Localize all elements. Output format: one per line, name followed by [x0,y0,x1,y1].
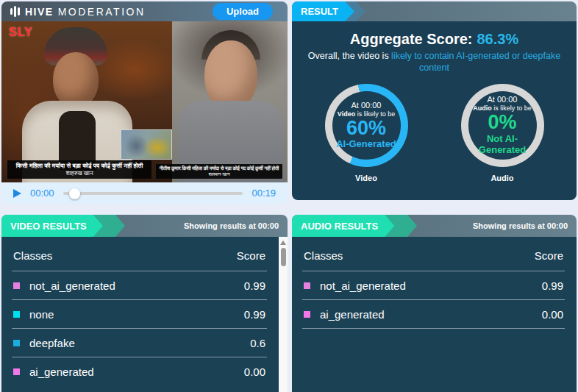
table-row: none 0.99 [12,299,267,328]
table-end-divider [302,328,565,329]
audio-gauge-caption: Audio [461,174,544,182]
video-gauge-center: At 00:00 Video is likely to be 60% AI-Ge… [332,91,401,160]
video-player: SLY किसी महिला की मर्यादा से बड़ा कोई पद… [1,21,288,182]
column-classes: Classes [304,249,343,262]
column-classes: Classes [13,249,52,262]
scroll-up-icon[interactable] [280,240,286,245]
video-results-panel: VIDEO RESULTS Showing results at 00:00 C… [1,215,288,392]
hive-logo-icon [10,6,20,17]
class-score: 0.99 [244,308,265,321]
subtitle-left-text: किसी महिला की मर्यादा से बड़ा कोई पद कोई… [10,162,149,170]
audio-results-panel: AUDIO RESULTS Showing results at 00:00 C… [292,215,577,392]
audio-results-tag: AUDIO RESULTS [292,215,394,237]
audio-results-table: Classes Score not_ai_generated 0.99 ai_g… [292,237,577,329]
class-bullet [13,282,20,289]
audio-results-header: AUDIO RESULTS Showing results at 00:00 [292,215,577,237]
gauge-row: At 00:00 Video is likely to be 60% AI-Ge… [292,84,577,182]
result-panel-header: RESULT [292,1,577,21]
subtitle-right: नीतीश कुमार किसी महिला की मर्यादा से बड़… [156,164,282,179]
aggregate-score: Aggregate Score:86.3% [292,31,577,48]
subtitle-left-speaker: शाहरुख खान [10,170,149,177]
audio-gauge-verdict: Not AI-Generated [468,133,537,155]
class-bullet [304,311,310,318]
table-row: ai_generated 0.00 [12,357,267,385]
class-score: 0.99 [542,279,563,292]
play-icon[interactable] [13,189,21,198]
audio-gauge-percent: 0% [488,112,516,132]
video-gauge-verdict: AI-Generated [336,138,396,149]
video-gauge-percent: 60% [346,118,386,138]
aggregate-score-label: Aggregate Score: [350,31,473,47]
table-row: ai_generated 0.00 [302,299,565,328]
channel-watermark: SLY [9,26,33,39]
video-right-frame [172,21,288,182]
aggregate-score-value: 86.3% [477,31,519,47]
result-panel-body: Aggregate Score:86.3% Overall, the video… [292,21,577,200]
table-row: not_ai_generated 0.99 [12,271,267,299]
class-label: none [29,308,54,321]
subtitle-left: किसी महिला की मर्यादा से बड़ा कोई पद कोई… [7,160,151,179]
class-bullet [13,340,20,346]
media-card: HIVE MODERATION Upload SLY किसी महिला की… [1,1,288,204]
seek-bar[interactable] [63,188,243,199]
column-score: Score [535,249,563,262]
audio-gauge-center: At 00:00 Audio is likely to be 0% Not AI… [468,91,537,160]
class-label: deepfake [29,337,75,349]
video-results-body: Classes Score not_ai_generated 0.99 none… [1,237,288,392]
class-score: 0.00 [542,308,563,321]
audio-results-table-head: Classes Score [302,237,565,271]
result-panel: RESULT Aggregate Score:86.3% Overall, th… [292,1,577,200]
current-time: 00:00 [30,188,54,199]
result-summary-highlight: likely to contain AI-generated or deepfa… [391,51,560,73]
class-score: 0.6 [250,337,265,349]
video-gauge: At 00:00 Video is likely to be 60% AI-Ge… [325,84,408,182]
video-gauge-time: At 00:00 [352,101,382,110]
class-label: ai_generated [320,308,385,321]
video-results-tag: VIDEO RESULTS [1,215,103,237]
inset-clip-thumbnail [121,129,172,160]
audio-gauge: At 00:00 Audio is likely to be 0% Not AI… [461,84,544,182]
audio-gauge-ring: At 00:00 Audio is likely to be 0% Not AI… [461,84,544,167]
app-header: HIVE MODERATION Upload [1,1,288,21]
table-row: deepfake 0.6 [12,328,267,357]
brand-suffix: MODERATION [58,6,146,18]
player-controls: 00:00 00:19 [1,182,288,204]
video-results-table: Classes Score not_ai_generated 0.99 none… [1,237,288,385]
video-results-table-head: Classes Score [12,237,267,271]
class-score: 0.99 [244,279,265,292]
class-label: not_ai_generated [29,279,115,292]
audio-results-body: Classes Score not_ai_generated 0.99 ai_g… [292,237,577,392]
upload-button[interactable]: Upload [213,3,273,20]
class-bullet [13,368,20,375]
audio-gauge-time: At 00:00 [488,95,518,104]
column-score: Score [237,249,265,262]
seek-track[interactable] [63,192,243,195]
class-label: not_ai_generated [320,279,406,292]
class-bullet [13,311,20,318]
video-results-header: VIDEO RESULTS Showing results at 00:00 [1,215,288,237]
subtitle-right-speaker: सलमान खान [158,171,280,177]
brand-name: HIVE [25,6,54,18]
result-summary-prefix: Overall, the video is [308,51,391,61]
video-gauge-caption: Video [325,174,408,182]
audio-results-status: Showing results at 00:00 [473,221,568,230]
video-gauge-ring: At 00:00 Video is likely to be 60% AI-Ge… [325,84,408,167]
result-tag: RESULT [292,1,354,21]
class-bullet [304,282,310,289]
video-results-status: Showing results at 00:00 [184,221,279,230]
class-score: 0.00 [244,366,265,378]
scrollbar[interactable] [279,237,288,392]
subtitle-right-text: नीतीश कुमार किसी महिला की मर्यादा से बड़… [158,165,280,171]
table-row: not_ai_generated 0.99 [302,271,565,299]
seek-thumb[interactable] [69,188,80,199]
class-label: ai_generated [29,366,94,378]
duration: 00:19 [251,188,276,199]
result-summary: Overall, the video is likely to contain … [305,50,564,74]
scrollbar-thumb[interactable] [281,248,286,266]
illustration-face-left [53,52,99,108]
